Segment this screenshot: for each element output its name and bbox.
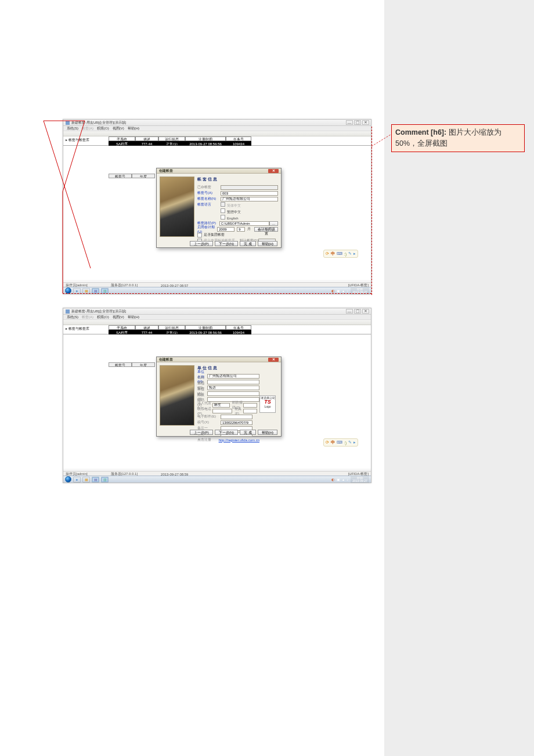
wizard-button-row: 上一步(P) 下一步(N) 完 成 帮助(H) (157, 430, 281, 435)
svg-line-4 (371, 134, 392, 146)
main-grid-header: ▸ 帐套与帐套库 子系统 描述 运行状态 注册时间 任务号 SA程序 777-4… (63, 325, 371, 334)
comment-balloon: Comment [h6]: 图片大小缩放为50%，全屏截图 (391, 124, 525, 152)
systray-icon[interactable]: ▴ (342, 478, 344, 481)
input-phone[interactable] (212, 409, 232, 413)
company-info-wizard: 创建帐套 ✕ 单 位 信 息 单位名称(M) 机构代码(O) 单位简称(A) 单… (156, 357, 282, 437)
tree-root-label[interactable]: ▸ 帐套与帐套库 (66, 326, 89, 332)
wizard-sidebar-image (160, 365, 194, 426)
sub-grid-header: 帐套号 年度 (109, 362, 155, 367)
logo-picker[interactable]: 请选择公司 TS Logo (259, 395, 276, 413)
screenshot-2: 新建帐套-用友U8[企业管理][演示版] — ▢ ✕ 系统(S) 帐套(A) 权… (63, 308, 371, 483)
highlight-bottom-edge (63, 293, 371, 294)
page-margin-shade (384, 0, 534, 756)
col-regtime: 注册时间 (185, 325, 226, 330)
ime-tray[interactable]: ⟳ 中 ⌨ :) ✎ ▸ (323, 438, 358, 447)
tray-icon-play[interactable]: ▸ (353, 440, 356, 445)
input-fax[interactable] (243, 409, 257, 413)
svg-line-0 (44, 121, 91, 268)
logo-mark: TS (260, 399, 275, 405)
taskbar-ie-icon[interactable]: e (73, 477, 81, 483)
col-status: 运行状态 (158, 325, 185, 330)
input-company[interactable] (207, 374, 259, 379)
systray-icon[interactable]: ♪ (347, 478, 348, 481)
taskbar-app2-icon[interactable]: ▥ (101, 477, 109, 483)
comment-tag: Comment [h6]: (395, 128, 446, 136)
input-tax[interactable] (221, 420, 252, 425)
label-email: 电子邮件(E) (197, 414, 221, 419)
wizard-finish-button[interactable]: 完 成 (240, 430, 256, 435)
input-email[interactable] (221, 415, 252, 419)
menu-help[interactable]: 帮助(H) (128, 315, 139, 320)
taskbar-clock[interactable]: 8:59 2013-09-27 (351, 476, 369, 483)
logo-text: Logo (260, 405, 275, 408)
subcol-year: 年度 (132, 362, 155, 367)
wizard-close-button[interactable]: ✕ (268, 358, 279, 362)
tray-icon-cn[interactable]: 中 (331, 440, 335, 445)
menu-view[interactable]: 视图(V) (113, 315, 124, 320)
toolbar (63, 320, 371, 325)
wizard-help-button[interactable]: 帮助(H) (258, 430, 277, 435)
cell-subsystem[interactable]: SA程序 (109, 330, 135, 334)
taskbar-explorer-icon[interactable]: ▦ (82, 477, 90, 483)
start-orb[interactable] (65, 476, 71, 483)
input-legal[interactable] (212, 403, 230, 408)
tray-icon-pen[interactable]: ✎ (348, 440, 352, 445)
maximize-button[interactable]: ▢ (354, 309, 361, 314)
taskbar-app1-icon[interactable]: ▤ (92, 477, 99, 483)
highlight-right-edge (371, 127, 372, 295)
systray-icon[interactable]: ◐ (331, 478, 334, 481)
cell-desc[interactable]: 777-44 (135, 330, 158, 334)
main-body-area: 帐套号 年度 创建帐套 ✕ 单 位 信 息 单位名称(M) 机构代码(O) 单位… (63, 334, 371, 469)
cell-status[interactable]: 正常(1) (158, 330, 185, 334)
tray-icon-face[interactable]: :) (344, 441, 347, 445)
label-tax: 税号(X) (197, 420, 221, 425)
menubar: 系统(S) 帐套(A) 权限(O) 视图(V) 帮助(H) (63, 315, 371, 320)
col-subsystem: 子系统 (109, 325, 135, 330)
wizard-next-button[interactable]: 下一步(N) (215, 430, 238, 435)
comment-connector (0, 0, 406, 302)
tray-icon-kbd[interactable]: ⌨ (337, 440, 342, 445)
subcol-acctno: 帐套号 (109, 362, 132, 367)
input-addr[interactable] (207, 391, 259, 396)
input-short[interactable] (207, 386, 259, 390)
register-link[interactable]: http://register.ufida.com.cn (219, 438, 259, 442)
wizard-prev-button[interactable]: 上一步(P) (190, 430, 213, 435)
minimize-button[interactable]: — (346, 309, 353, 314)
menu-system[interactable]: 系统(S) (67, 315, 78, 320)
wizard-titlebar: 创建帐套 ✕ (157, 357, 281, 362)
menu-account[interactable]: 帐套(A) (82, 315, 93, 320)
input-orgcode[interactable] (207, 380, 259, 384)
input-zip2[interactable] (243, 403, 257, 408)
systray-icon[interactable]: ▣ (337, 478, 340, 481)
cell-taskno[interactable]: 109434 (226, 330, 251, 334)
app-icon (66, 309, 70, 314)
wizard-title-text: 创建帐套 (159, 357, 173, 362)
svg-line-2 (63, 121, 85, 192)
col-desc: 描述 (135, 325, 158, 330)
menu-permission[interactable]: 权限(O) (97, 315, 109, 320)
close-button[interactable]: ✕ (362, 309, 369, 314)
window-titlebar: 新建帐套-用友U8[企业管理][演示版] — ▢ ✕ (63, 308, 371, 315)
wizard-form-area: 单 位 信 息 单位名称(M) 机构代码(O) 单位简称(A) 单位地址(R) … (197, 364, 278, 427)
window-title: 新建帐套-用友U8[企业管理][演示版] (71, 309, 126, 314)
col-taskno: 任务号 (226, 325, 251, 330)
label-register: 点击注册 (197, 437, 219, 442)
cell-regtime[interactable]: 2013-09-27 08:56:56 (185, 330, 226, 334)
taskbar: e ▦ ▤ ▥ ◐ ▣ ▴ ♪ 8:59 2013-09-27 (63, 476, 371, 483)
tray-icon-refresh[interactable]: ⟳ (326, 440, 329, 445)
